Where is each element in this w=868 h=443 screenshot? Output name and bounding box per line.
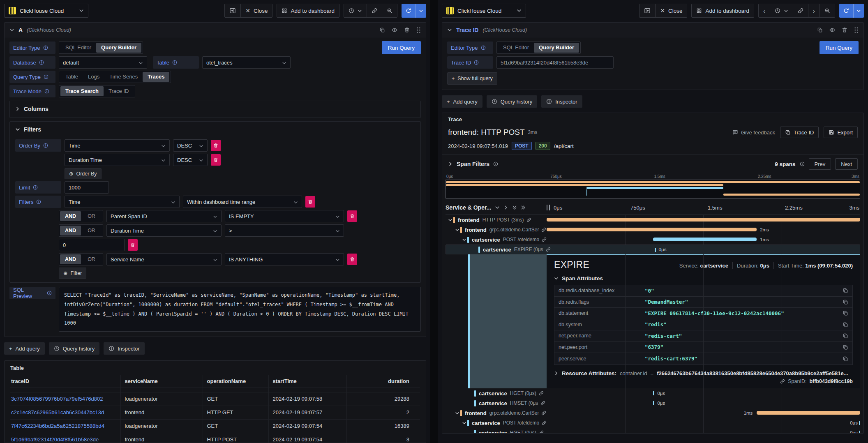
remove-filter-value-button[interactable]: [128, 239, 138, 251]
info-icon[interactable]: [800, 162, 805, 166]
info-icon[interactable]: [43, 143, 48, 148]
span-link-icon[interactable]: [542, 420, 547, 425]
drag-handle-icon[interactable]: [854, 27, 859, 33]
info-icon[interactable]: [36, 199, 41, 204]
limit-input[interactable]: 1000: [65, 181, 109, 194]
filter-field-select[interactable]: Duration Time: [106, 224, 222, 237]
and-option[interactable]: AND: [60, 211, 81, 221]
filter-field-select[interactable]: Service Name: [106, 253, 222, 265]
info-icon[interactable]: [44, 89, 49, 94]
share-link-button[interactable]: [367, 4, 382, 17]
move-pane-left-button[interactable]: [639, 4, 655, 17]
trace-id-link[interactable]: 7f47c62234b6bd2a5a62521875588bd4: [10, 419, 120, 433]
order-by-direction-select[interactable]: DESC: [173, 154, 208, 166]
remove-filter-button[interactable]: [305, 196, 315, 208]
collapse-chevron-icon[interactable]: [447, 28, 452, 32]
chevron-down-icon[interactable]: [448, 218, 452, 222]
minimap-viewport[interactable]: [446, 180, 860, 198]
or-option[interactable]: OR: [81, 226, 102, 235]
filter-operator-select[interactable]: IS ANYTHING: [225, 253, 344, 265]
sql-editor-tab[interactable]: SQL Editor: [498, 43, 534, 53]
info-icon[interactable]: [39, 60, 44, 65]
trace-id-link[interactable]: 5f1d69baf92314f20d4f8f561b58e3de: [10, 433, 120, 443]
columns-section-toggle[interactable]: Columns: [15, 104, 415, 114]
span-gantt-tick[interactable]: [653, 391, 654, 395]
span-gantt-tick[interactable]: [655, 248, 656, 252]
span-link-icon[interactable]: [539, 430, 544, 433]
sql-editor-tab[interactable]: SQL Editor: [60, 43, 96, 53]
chevron-down-icon[interactable]: [462, 421, 466, 425]
prev-span-button[interactable]: Prev: [809, 158, 831, 170]
span-link-icon[interactable]: [542, 237, 547, 242]
query-builder-tab[interactable]: Query Builder: [96, 43, 141, 53]
duplicate-query-icon[interactable]: [817, 27, 823, 33]
span-gantt-tick[interactable]: [859, 431, 860, 433]
filters-section-toggle[interactable]: Filters: [15, 125, 415, 134]
span-link-icon[interactable]: [541, 411, 546, 415]
inspector-button[interactable]: Inspector: [541, 95, 582, 108]
column-header-traceid[interactable]: traceID: [10, 375, 120, 388]
trace-id-input[interactable]: 5f1d69baf92314f20d4f8f561b58e3de: [496, 56, 614, 69]
add-query-button[interactable]: +Add query: [4, 342, 45, 355]
column-resize-handle[interactable]: [547, 205, 550, 210]
chevron-right-icon[interactable]: [448, 162, 453, 166]
span-gantt-bar[interactable]: [547, 218, 860, 222]
span-gantt-bar[interactable]: [653, 238, 757, 241]
collapse-chevron-icon[interactable]: [9, 28, 14, 32]
table-select[interactable]: otel_traces: [202, 56, 291, 69]
query-row-header[interactable]: Trace ID (ClickHouse Cloud): [442, 23, 863, 37]
chevron-down-icon[interactable]: [455, 228, 459, 232]
filter-operator-select[interactable]: IS EMPTY: [225, 210, 344, 222]
time-picker-button[interactable]: [770, 4, 793, 17]
shift-time-back-button[interactable]: ‹: [759, 4, 770, 17]
span-link-icon[interactable]: [540, 401, 545, 406]
or-option[interactable]: OR: [81, 211, 102, 221]
share-link-button[interactable]: [793, 4, 808, 17]
remove-filter-button[interactable]: [347, 254, 357, 265]
close-split-button[interactable]: ✕Close: [240, 4, 272, 17]
span-row-selected[interactable]: cartservice EXPIRE (0μs 0μs: [446, 245, 860, 254]
span-gantt-tick[interactable]: [653, 401, 654, 405]
order-by-field-select[interactable]: Duration Time: [65, 154, 170, 166]
column-header-duration[interactable]: duration: [346, 375, 420, 388]
filter-operator-select[interactable]: >: [225, 224, 344, 237]
delete-query-icon[interactable]: [842, 27, 847, 33]
copy-trace-id-button[interactable]: Trace ID: [780, 127, 819, 138]
info-icon[interactable]: [474, 60, 479, 65]
remove-order-by-button[interactable]: [211, 154, 221, 166]
span-row[interactable]: cartservice HGET (0μs) 0μs: [446, 388, 860, 398]
column-header-starttime[interactable]: startTime: [268, 375, 346, 388]
and-option[interactable]: AND: [60, 226, 81, 235]
zoom-out-button[interactable]: [382, 4, 397, 17]
filter-field-select[interactable]: Parent Span ID: [106, 210, 222, 222]
info-icon[interactable]: [47, 291, 52, 295]
query-type-timeseries[interactable]: Time Series: [104, 72, 143, 82]
close-split-button[interactable]: ✕Close: [655, 4, 687, 17]
span-link-icon[interactable]: [546, 247, 551, 252]
chevron-down-icon[interactable]: [462, 238, 466, 242]
span-row[interactable]: cartservice HMSET (0μs 0μs: [446, 398, 860, 408]
remove-order-by-button[interactable]: [211, 140, 221, 151]
export-button[interactable]: Export: [824, 127, 858, 138]
datasource-picker[interactable]: ClickHouse Cloud: [442, 4, 526, 18]
query-type-traces[interactable]: Traces: [143, 72, 169, 82]
column-header-servicename[interactable]: serviceName: [120, 375, 203, 388]
toggle-visibility-icon[interactable]: [392, 27, 397, 33]
info-icon[interactable]: [481, 45, 486, 50]
column-header-operationname[interactable]: operationName: [203, 375, 268, 388]
span-row[interactable]: cartservice HGET (0μs) 0μs: [446, 428, 860, 433]
span-gantt-bar[interactable]: [757, 411, 860, 415]
add-filter-button[interactable]: ⊕Filter: [59, 268, 86, 279]
add-to-dashboard-button[interactable]: Add to dashboard: [692, 4, 754, 17]
span-row[interactable]: frontend grpc.oteldemo.CartSer 1ms: [446, 408, 860, 418]
zoom-out-button[interactable]: [820, 4, 835, 17]
refresh-interval-dropdown[interactable]: [416, 4, 426, 18]
query-history-button[interactable]: Query history: [49, 342, 99, 355]
double-chevron-right-icon[interactable]: [521, 205, 526, 210]
shift-time-forward-button[interactable]: ›: [808, 4, 820, 17]
span-link-icon[interactable]: [541, 227, 546, 232]
trace-id-link[interactable]: c2c1ec87c62965b61cab6c30447bc13d: [10, 406, 120, 419]
show-full-query-button[interactable]: +Show full query: [447, 72, 497, 85]
or-option[interactable]: OR: [81, 254, 102, 264]
chevron-down-icon[interactable]: [455, 411, 459, 415]
